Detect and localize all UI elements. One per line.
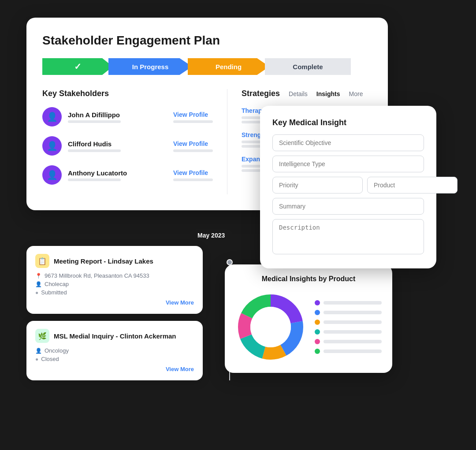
stakeholder-item: 👤 Anthony Lucatorto View Profile [42, 165, 213, 185]
main-title: Stakeholder Engagement Plan [42, 33, 372, 48]
legend-dot-blue [315, 310, 320, 315]
tc-status: ● Closed [35, 356, 194, 362]
insight-card: Key Medical Insight [260, 106, 436, 268]
legend-item [315, 310, 382, 315]
step-pending[interactable]: Pending [188, 58, 269, 75]
tc-tag: 👤 Cholecap [35, 281, 194, 287]
strategies-header: Strategies Details Insights More [242, 89, 372, 98]
avatar: 👤 [42, 136, 62, 156]
view-more-link[interactable]: View More [35, 299, 194, 306]
legend-dot-teal [315, 329, 320, 335]
step-inprogress[interactable]: In Progress [108, 58, 192, 75]
svg-point-7 [250, 307, 291, 347]
step-check[interactable]: ✓ [42, 58, 113, 75]
tc-header: 📋 Meeting Report - Lindsay Lakes [35, 254, 194, 268]
left-column: Key Stakeholders 👤 John A Difillippo Vie… [42, 89, 227, 194]
step-complete[interactable]: Complete [265, 58, 351, 75]
legend-line [324, 301, 382, 305]
tc-header: 🌿 MSL Medial Inquiry - Clinton Ackerman [35, 329, 194, 343]
profile-line [173, 120, 213, 123]
legend-line [324, 340, 382, 343]
user-icon: 👤 [47, 170, 58, 180]
tc-title: Meeting Report - Lindsay Lakes [54, 257, 153, 265]
tc-status: ● Submitted [35, 289, 194, 296]
profile-line [173, 149, 213, 152]
legend-item [315, 300, 382, 305]
scientific-objective-input[interactable] [272, 134, 424, 151]
tag-icon: 👤 [35, 348, 42, 354]
summary-input[interactable] [272, 198, 424, 215]
chart-title: Medical Insights by Product [235, 275, 382, 283]
stakeholders-title: Key Stakeholders [42, 89, 213, 98]
tc-address: 📍 9673 Millbrook Rd, Pleasanton CA 94533 [35, 272, 194, 279]
stakeholder-info: Anthony Lucatorto [68, 169, 167, 181]
legend-item [315, 320, 382, 325]
meeting-report-icon: 📋 [35, 254, 49, 268]
stakeholder-name: Anthony Lucatorto [68, 169, 167, 177]
stakeholder-detail-line [68, 179, 121, 181]
intelligence-type-input[interactable] [272, 156, 424, 172]
inquiry-icon: 🌿 [35, 329, 49, 343]
timeline-card-meeting: 📋 Meeting Report - Lindsay Lakes 📍 9673 … [26, 246, 203, 314]
strategies-title: Strategies [242, 89, 280, 98]
legend-dot-orange [315, 320, 320, 325]
legend-item [315, 339, 382, 344]
legend-line [324, 350, 382, 353]
legend-line [324, 311, 382, 314]
tab-details[interactable]: Details [289, 90, 308, 97]
chart-body [235, 292, 382, 362]
status-icon: ● [35, 356, 38, 362]
tab-more[interactable]: More [349, 90, 363, 97]
stakeholder-item: 👤 John A Difillippo View Profile [42, 107, 213, 126]
stakeholder-item: 👤 Clifford Hudis View Profile [42, 136, 213, 156]
status-icon: ● [35, 290, 38, 296]
progress-bar: ✓ In Progress Pending Complete [42, 58, 360, 75]
chart-legend [315, 300, 382, 354]
description-textarea[interactable] [272, 219, 424, 254]
tab-insights[interactable]: Insights [316, 90, 340, 97]
stakeholder-detail-line [68, 149, 121, 152]
tc-title: MSL Medial Inquiry - Clinton Ackerman [54, 332, 176, 340]
legend-line [324, 320, 382, 324]
stakeholder-info: John A Difillippo [68, 111, 167, 123]
user-icon: 👤 [47, 141, 58, 151]
view-profile-link[interactable]: View Profile [173, 140, 208, 147]
legend-dot-purple [315, 300, 320, 305]
product-input[interactable] [367, 177, 457, 193]
stakeholder-name: Clifford Hudis [68, 140, 167, 148]
avatar: 👤 [42, 165, 62, 185]
avatar: 👤 [42, 107, 62, 126]
user-icon: 👤 [47, 112, 58, 122]
tag-icon: 👤 [35, 281, 42, 287]
stakeholder-name: John A Difillippo [68, 111, 167, 119]
donut-chart [235, 292, 306, 362]
location-icon: 📍 [35, 273, 42, 279]
chart-card: Medical Insights by Product [225, 264, 392, 373]
priority-input[interactable] [272, 177, 363, 193]
view-more-link[interactable]: View More [35, 366, 194, 372]
legend-dot-pink [315, 339, 320, 344]
legend-dot-green [315, 349, 320, 354]
stakeholder-info: Clifford Hudis [68, 140, 167, 152]
insight-card-title: Key Medical Insight [272, 118, 424, 127]
stakeholder-detail-line [68, 120, 121, 123]
priority-product-row [272, 177, 424, 193]
profile-line [173, 179, 213, 181]
legend-line [324, 330, 382, 334]
view-profile-link[interactable]: View Profile [173, 111, 208, 118]
timeline-date-badge: May 2023 [190, 229, 233, 242]
view-profile-link[interactable]: View Profile [173, 169, 208, 176]
timeline-section: May 2023 📋 Meeting Report - Lindsay Lake… [26, 229, 233, 387]
legend-item [315, 329, 382, 335]
timeline-card-inquiry: 🌿 MSL Medial Inquiry - Clinton Ackerman … [26, 321, 203, 380]
legend-item [315, 349, 382, 354]
tc-tag: 👤 Oncology [35, 347, 194, 354]
